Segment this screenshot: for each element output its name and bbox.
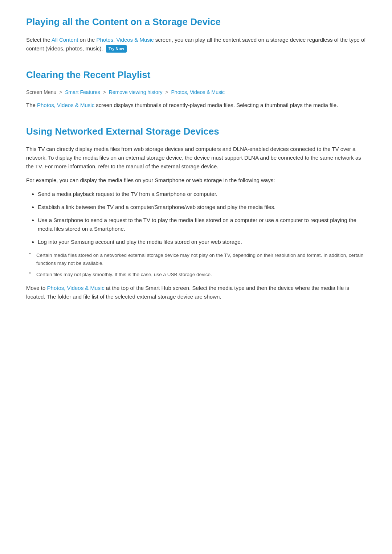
section-playing-all-content: Playing all the Content on a Storage Dev… [26, 15, 366, 53]
section2-body: The Photos, Videos & Music screen displa… [26, 101, 366, 110]
section2-title: Clearing the Recent Playlist [26, 67, 366, 83]
section3-paragraph2: For example, you can display the media f… [26, 176, 366, 185]
note-item-2: Certain files may not play smoothly. If … [26, 271, 366, 279]
section-networked-storage: Using Networked External Storage Devices… [26, 124, 366, 301]
photos-videos-music-link-final[interactable]: Photos, Videos & Music [47, 285, 105, 291]
breadcrumb-separator-2: > [103, 89, 106, 95]
breadcrumb-separator-1: > [59, 89, 62, 95]
all-content-link[interactable]: All Content [52, 37, 78, 43]
section3-bullet-list: Send a media playback request to the TV … [38, 190, 366, 246]
bullet-item-2: Establish a link between the TV and a co… [38, 203, 366, 212]
section3-paragraph1: This TV can directly display media files… [26, 145, 366, 171]
try-now-badge[interactable]: Try Now [106, 45, 127, 53]
breadcrumb-separator-3: > [165, 89, 168, 95]
note-item-1: Certain media files stored on a networke… [26, 251, 366, 267]
section3-paragraph3: Move to Photos, Videos & Music at the to… [26, 284, 366, 301]
section1-title: Playing all the Content on a Storage Dev… [26, 15, 366, 30]
breadcrumb-photos-videos-music[interactable]: Photos, Videos & Music [171, 89, 225, 95]
photos-videos-music-link-2[interactable]: Photos, Videos & Music [37, 102, 94, 108]
breadcrumb-smart-features[interactable]: Smart Features [65, 89, 100, 95]
photos-videos-music-link-1[interactable]: Photos, Videos & Music [96, 37, 154, 43]
breadcrumb: Screen Menu > Smart Features > Remove vi… [26, 88, 366, 96]
breadcrumb-screen-menu: Screen Menu [26, 89, 56, 95]
bullet-item-1: Send a media playback request to the TV … [38, 190, 366, 198]
bullet-item-4: Log into your Samsung account and play t… [38, 238, 366, 246]
section3-title: Using Networked External Storage Devices [26, 124, 366, 139]
section1-body: Select the All Content on the Photos, Vi… [26, 36, 366, 53]
section3-notes: Certain media files stored on a networke… [26, 251, 366, 279]
breadcrumb-remove-viewing-history[interactable]: Remove viewing history [109, 89, 163, 95]
section-clearing-recent-playlist: Clearing the Recent Playlist Screen Menu… [26, 67, 366, 110]
bullet-item-3: Use a Smartphone to send a request to th… [38, 216, 366, 233]
